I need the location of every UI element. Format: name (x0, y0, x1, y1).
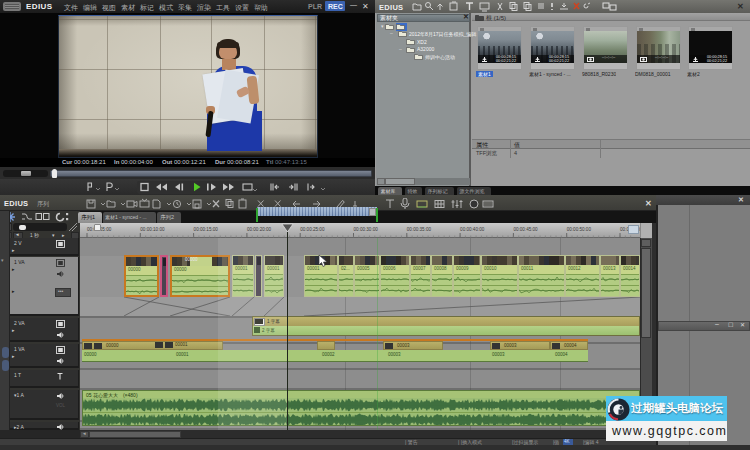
svg-text:00:00:50:00: 00:00:50:00 (567, 227, 592, 232)
svg-text:00:00:35:00: 00:00:35:00 (407, 227, 432, 232)
svg-text:00:00:40:00: 00:00:40:00 (460, 227, 485, 232)
svg-text:00:00:15:00: 00:00:15:00 (194, 227, 219, 232)
svg-text:00:00:45:00: 00:00:45:00 (513, 227, 538, 232)
svg-text:00:00:10:00: 00:00:10:00 (140, 227, 165, 232)
svg-text:00:00:25:00: 00:00:25:00 (300, 227, 325, 232)
svg-text:00:00:20:00: 00:00:20:00 (247, 227, 272, 232)
svg-text:00:00:30:00: 00:00:30:00 (354, 227, 379, 232)
